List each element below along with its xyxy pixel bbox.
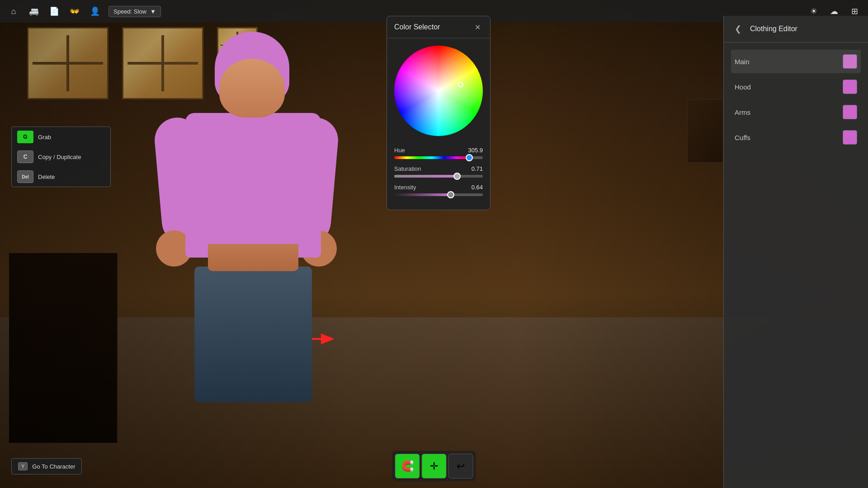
clothing-item-cuffs[interactable]: Cuffs — [731, 126, 861, 149]
goto-label: Go To Character — [32, 463, 75, 470]
undo-tool-btn[interactable]: ↩ — [448, 454, 473, 479]
goto-key: Y — [18, 462, 28, 470]
character-face — [219, 59, 285, 117]
color-selector-close-btn[interactable]: ✕ — [472, 22, 483, 33]
clothing-item-arms-label: Arms — [735, 108, 750, 116]
intensity-value: 0.64 — [472, 184, 483, 191]
saturation-slider-track[interactable] — [394, 175, 483, 178]
character-hoodie-body — [185, 113, 321, 258]
grab-label: Grab — [38, 134, 51, 141]
clothing-item-main-swatch[interactable] — [843, 54, 857, 69]
context-grab[interactable]: G Grab — [12, 127, 110, 147]
magnet-tool-btn[interactable]: 🧲 — [395, 454, 420, 479]
context-delete[interactable]: Del Delete — [12, 167, 110, 187]
speed-selector[interactable]: Speed: Slow ▼ — [108, 6, 161, 17]
clothing-items-list: Main Hood Arms Cuffs — [724, 42, 868, 156]
intensity-label: Intensity — [394, 184, 416, 191]
copy-label: Copy / Duplicate — [38, 154, 81, 160]
color-wheel-container — [387, 38, 490, 143]
color-selector-header: Color Selector ✕ — [387, 16, 490, 38]
character-belly — [208, 244, 298, 271]
speed-label: Speed: Slow — [113, 8, 146, 15]
goto-character-button[interactable]: Y Go To Character — [11, 458, 82, 474]
key-c: C — [17, 150, 33, 163]
hue-slider-thumb[interactable] — [466, 154, 473, 161]
intensity-slider-row: Intensity 0.64 — [394, 184, 483, 196]
saturation-slider-thumb[interactable] — [453, 173, 461, 180]
color-wheel-cursor — [458, 82, 463, 87]
clothing-item-hood-swatch[interactable] — [843, 80, 857, 94]
delete-label: Delete — [38, 174, 55, 180]
clothing-item-cuffs-label: Cuffs — [735, 134, 750, 141]
hue-value: 305.9 — [468, 147, 483, 154]
clothing-item-hood[interactable]: Hood — [731, 75, 861, 99]
clothing-item-arms-swatch[interactable] — [843, 105, 857, 119]
intensity-slider-thumb[interactable] — [447, 191, 454, 198]
color-selector-panel: Color Selector ✕ Hue 305.9 Saturation 0.… — [387, 16, 491, 210]
clothing-editor-title: Clothing Editor — [750, 25, 797, 33]
speed-dropdown-icon: ▼ — [150, 8, 156, 15]
bottom-toolbar: 🧲 ✛ ↩ — [392, 451, 476, 481]
clothing-editor-back-btn[interactable]: ❮ — [731, 22, 745, 36]
clothing-item-cuffs-swatch[interactable] — [843, 130, 857, 145]
saturation-slider-row: Saturation 0.71 — [394, 165, 483, 178]
intensity-slider-track[interactable] — [394, 193, 483, 196]
context-menu: G Grab C Copy / Duplicate Del Delete — [11, 127, 111, 187]
key-g: G — [17, 131, 33, 143]
saturation-value: 0.71 — [472, 165, 483, 172]
person-icon-btn[interactable]: 👤 — [86, 2, 104, 20]
key-del: Del — [17, 170, 33, 183]
saturation-label: Saturation — [394, 165, 421, 172]
character-figure[interactable] — [145, 23, 362, 429]
clothing-item-hood-label: Hood — [735, 83, 751, 91]
character-jeans — [194, 267, 312, 402]
clothing-item-main[interactable]: Main — [731, 50, 861, 73]
home-icon-btn[interactable]: ⌂ — [5, 2, 23, 20]
move-tool-btn[interactable]: ✛ — [422, 454, 447, 479]
hands-icon-btn[interactable]: 👐 — [66, 2, 84, 20]
clothing-item-main-label: Main — [735, 58, 750, 66]
color-wheel[interactable] — [394, 46, 483, 136]
document-icon-btn[interactable]: 📄 — [45, 2, 63, 20]
color-selector-title: Color Selector — [394, 23, 440, 31]
clothing-editor-header: ❮ Clothing Editor — [724, 16, 868, 42]
sliders-area: Hue 305.9 Saturation 0.71 Intensity — [387, 143, 490, 210]
hue-label: Hue — [394, 147, 405, 154]
hue-slider-row: Hue 305.9 — [394, 147, 483, 159]
clothing-item-arms[interactable]: Arms — [731, 100, 861, 124]
context-copy[interactable]: C Copy / Duplicate — [12, 147, 110, 167]
hue-slider-track[interactable] — [394, 156, 483, 159]
vehicle-icon-btn[interactable]: 🚐 — [25, 2, 43, 20]
clothing-editor-panel: ❮ Clothing Editor Main Hood Arms Cuffs — [723, 16, 868, 488]
